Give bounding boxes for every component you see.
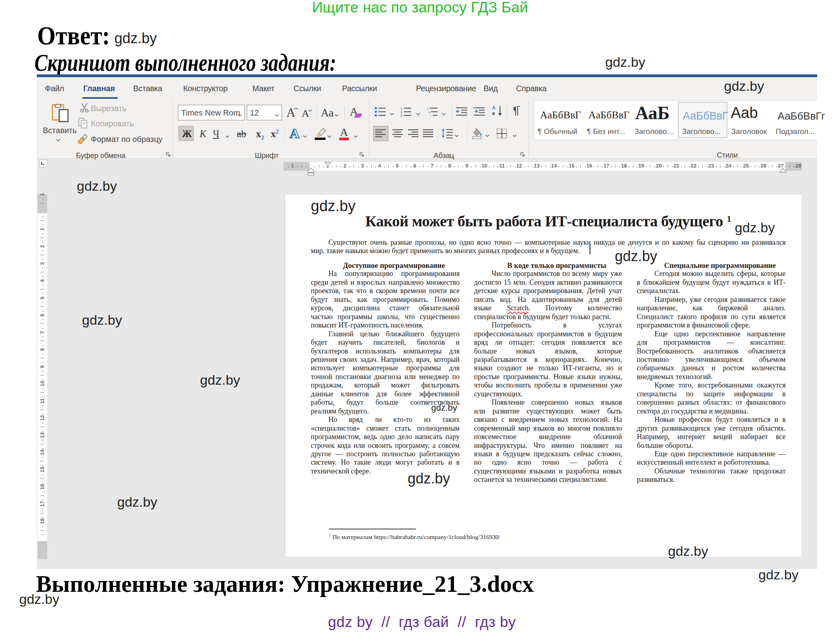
svg-text:1: 1 [427, 107, 428, 110]
svg-text:1: 1 [400, 107, 402, 110]
svg-text:3: 3 [400, 114, 402, 117]
svg-text:i: i [430, 114, 431, 117]
svg-text:А: А [492, 105, 496, 111]
svg-text:я: я [492, 111, 495, 116]
